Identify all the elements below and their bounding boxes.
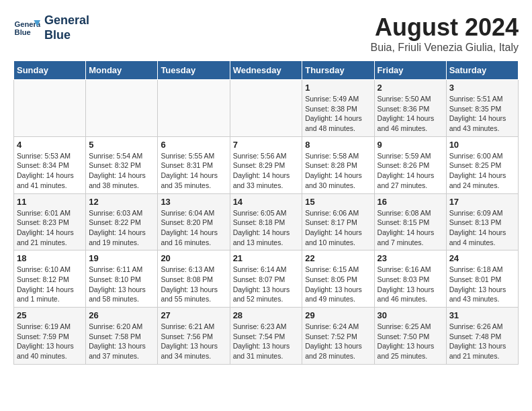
week-row-4: 18Sunrise: 6:10 AM Sunset: 8:12 PM Dayli… bbox=[14, 250, 519, 308]
weekday-header-monday: Monday bbox=[86, 61, 158, 80]
day-number: 1 bbox=[305, 83, 371, 93]
day-cell: 26Sunrise: 6:20 AM Sunset: 7:58 PM Dayli… bbox=[86, 308, 158, 365]
day-info: Sunrise: 6:15 AM Sunset: 8:05 PM Dayligh… bbox=[305, 265, 371, 304]
day-cell: 30Sunrise: 6:25 AM Sunset: 7:50 PM Dayli… bbox=[374, 308, 446, 365]
logo: General Blue GeneralBlue bbox=[13, 13, 89, 42]
day-cell bbox=[86, 80, 158, 137]
day-number: 31 bbox=[449, 310, 515, 320]
day-number: 27 bbox=[161, 310, 226, 320]
day-info: Sunrise: 5:54 AM Sunset: 8:32 PM Dayligh… bbox=[89, 151, 154, 191]
day-cell: 31Sunrise: 6:26 AM Sunset: 7:48 PM Dayli… bbox=[446, 308, 518, 365]
day-info: Sunrise: 6:23 AM Sunset: 7:54 PM Dayligh… bbox=[233, 322, 300, 361]
day-number: 22 bbox=[305, 253, 371, 263]
day-info: Sunrise: 5:49 AM Sunset: 8:38 PM Dayligh… bbox=[305, 94, 371, 134]
day-info: Sunrise: 6:11 AM Sunset: 8:10 PM Dayligh… bbox=[89, 265, 154, 304]
day-info: Sunrise: 6:13 AM Sunset: 8:08 PM Dayligh… bbox=[161, 265, 226, 304]
day-number: 2 bbox=[378, 83, 443, 93]
day-cell: 5Sunrise: 5:54 AM Sunset: 8:32 PM Daylig… bbox=[86, 136, 158, 193]
week-row-5: 25Sunrise: 6:19 AM Sunset: 7:59 PM Dayli… bbox=[14, 308, 519, 365]
day-info: Sunrise: 6:24 AM Sunset: 7:52 PM Dayligh… bbox=[305, 322, 371, 361]
weekday-header-saturday: Saturday bbox=[446, 61, 518, 80]
day-cell: 22Sunrise: 6:15 AM Sunset: 8:05 PM Dayli… bbox=[302, 250, 374, 308]
day-number: 17 bbox=[449, 197, 515, 207]
day-cell: 20Sunrise: 6:13 AM Sunset: 8:08 PM Dayli… bbox=[158, 250, 230, 308]
day-number: 14 bbox=[233, 197, 300, 207]
day-info: Sunrise: 5:55 AM Sunset: 8:31 PM Dayligh… bbox=[161, 151, 226, 191]
day-number: 16 bbox=[378, 197, 443, 207]
logo-text: GeneralBlue bbox=[44, 13, 89, 42]
day-cell: 28Sunrise: 6:23 AM Sunset: 7:54 PM Dayli… bbox=[230, 308, 302, 365]
day-info: Sunrise: 6:18 AM Sunset: 8:01 PM Dayligh… bbox=[449, 265, 515, 304]
day-info: Sunrise: 6:05 AM Sunset: 8:18 PM Dayligh… bbox=[233, 208, 300, 248]
svg-text:Blue: Blue bbox=[15, 28, 31, 36]
day-cell: 13Sunrise: 6:04 AM Sunset: 8:20 PM Dayli… bbox=[158, 193, 230, 250]
weekday-header-tuesday: Tuesday bbox=[158, 61, 230, 80]
day-info: Sunrise: 6:08 AM Sunset: 8:15 PM Dayligh… bbox=[378, 208, 443, 248]
week-row-3: 11Sunrise: 6:01 AM Sunset: 8:23 PM Dayli… bbox=[14, 193, 519, 250]
day-cell: 12Sunrise: 6:03 AM Sunset: 8:22 PM Dayli… bbox=[86, 193, 158, 250]
weekday-header-thursday: Thursday bbox=[302, 61, 374, 80]
day-cell: 16Sunrise: 6:08 AM Sunset: 8:15 PM Dayli… bbox=[374, 193, 446, 250]
day-cell: 11Sunrise: 6:01 AM Sunset: 8:23 PM Dayli… bbox=[14, 193, 86, 250]
day-info: Sunrise: 5:51 AM Sunset: 8:35 PM Dayligh… bbox=[449, 94, 515, 134]
day-info: Sunrise: 6:19 AM Sunset: 7:59 PM Dayligh… bbox=[17, 322, 83, 361]
day-number: 21 bbox=[233, 253, 300, 263]
day-cell: 3Sunrise: 5:51 AM Sunset: 8:35 PM Daylig… bbox=[446, 80, 518, 137]
day-cell: 25Sunrise: 6:19 AM Sunset: 7:59 PM Dayli… bbox=[14, 308, 86, 365]
day-info: Sunrise: 6:16 AM Sunset: 8:03 PM Dayligh… bbox=[378, 265, 443, 304]
day-info: Sunrise: 6:04 AM Sunset: 8:20 PM Dayligh… bbox=[161, 208, 226, 248]
day-cell: 19Sunrise: 6:11 AM Sunset: 8:10 PM Dayli… bbox=[86, 250, 158, 308]
day-cell: 27Sunrise: 6:21 AM Sunset: 7:56 PM Dayli… bbox=[158, 308, 230, 365]
day-cell bbox=[158, 80, 230, 137]
day-number: 30 bbox=[378, 310, 443, 320]
day-number: 24 bbox=[449, 253, 515, 263]
day-number: 19 bbox=[89, 253, 154, 263]
day-number: 12 bbox=[89, 197, 154, 207]
day-number: 20 bbox=[161, 253, 226, 263]
day-info: Sunrise: 5:53 AM Sunset: 8:34 PM Dayligh… bbox=[17, 151, 83, 191]
day-info: Sunrise: 6:03 AM Sunset: 8:22 PM Dayligh… bbox=[89, 208, 154, 248]
weekday-header-wednesday: Wednesday bbox=[230, 61, 302, 80]
day-number: 6 bbox=[161, 140, 226, 150]
day-cell: 1Sunrise: 5:49 AM Sunset: 8:38 PM Daylig… bbox=[302, 80, 374, 137]
day-cell: 29Sunrise: 6:24 AM Sunset: 7:52 PM Dayli… bbox=[302, 308, 374, 365]
weekday-header-row: SundayMondayTuesdayWednesdayThursdayFrid… bbox=[14, 61, 519, 80]
day-number: 29 bbox=[305, 310, 371, 320]
day-cell: 23Sunrise: 6:16 AM Sunset: 8:03 PM Dayli… bbox=[374, 250, 446, 308]
week-row-2: 4Sunrise: 5:53 AM Sunset: 8:34 PM Daylig… bbox=[14, 136, 519, 193]
day-info: Sunrise: 6:25 AM Sunset: 7:50 PM Dayligh… bbox=[378, 322, 443, 361]
day-number: 9 bbox=[378, 140, 443, 150]
day-cell: 24Sunrise: 6:18 AM Sunset: 8:01 PM Dayli… bbox=[446, 250, 518, 308]
day-info: Sunrise: 5:58 AM Sunset: 8:28 PM Dayligh… bbox=[305, 151, 371, 191]
header: General Blue GeneralBlue August 2024 Bui… bbox=[13, 13, 519, 54]
day-cell: 21Sunrise: 6:14 AM Sunset: 8:07 PM Dayli… bbox=[230, 250, 302, 308]
weekday-header-sunday: Sunday bbox=[14, 61, 86, 80]
weekday-header-friday: Friday bbox=[374, 61, 446, 80]
day-number: 11 bbox=[17, 197, 83, 207]
day-number: 18 bbox=[17, 253, 83, 263]
day-number: 23 bbox=[378, 253, 443, 263]
day-info: Sunrise: 6:14 AM Sunset: 8:07 PM Dayligh… bbox=[233, 265, 300, 304]
day-cell: 17Sunrise: 6:09 AM Sunset: 8:13 PM Dayli… bbox=[446, 193, 518, 250]
day-number: 8 bbox=[305, 140, 371, 150]
main-title: August 2024 bbox=[370, 13, 519, 42]
day-number: 4 bbox=[17, 140, 83, 150]
day-cell: 2Sunrise: 5:50 AM Sunset: 8:36 PM Daylig… bbox=[374, 80, 446, 137]
day-info: Sunrise: 5:56 AM Sunset: 8:29 PM Dayligh… bbox=[233, 151, 300, 191]
day-info: Sunrise: 6:10 AM Sunset: 8:12 PM Dayligh… bbox=[17, 265, 83, 304]
subtitle: Buia, Friuli Venezia Giulia, Italy bbox=[370, 42, 519, 54]
logo-icon: General Blue bbox=[13, 15, 40, 42]
day-number: 10 bbox=[449, 140, 515, 150]
day-info: Sunrise: 6:09 AM Sunset: 8:13 PM Dayligh… bbox=[449, 208, 515, 248]
day-cell bbox=[14, 80, 86, 137]
day-info: Sunrise: 6:21 AM Sunset: 7:56 PM Dayligh… bbox=[161, 322, 226, 361]
day-cell: 15Sunrise: 6:06 AM Sunset: 8:17 PM Dayli… bbox=[302, 193, 374, 250]
day-number: 25 bbox=[17, 310, 83, 320]
day-info: Sunrise: 6:26 AM Sunset: 7:48 PM Dayligh… bbox=[449, 322, 515, 361]
day-number: 7 bbox=[233, 140, 300, 150]
day-number: 13 bbox=[161, 197, 226, 207]
day-cell: 10Sunrise: 6:00 AM Sunset: 8:25 PM Dayli… bbox=[446, 136, 518, 193]
day-number: 3 bbox=[449, 83, 515, 93]
day-cell: 8Sunrise: 5:58 AM Sunset: 8:28 PM Daylig… bbox=[302, 136, 374, 193]
day-info: Sunrise: 6:06 AM Sunset: 8:17 PM Dayligh… bbox=[305, 208, 371, 248]
